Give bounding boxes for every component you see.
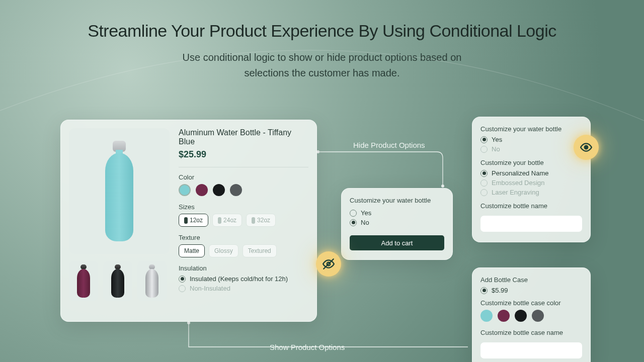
hide-options-panel: Customize your water bottle YesNo Add to… xyxy=(341,188,453,260)
radio-option: Laser Engraving xyxy=(480,189,582,196)
hide-options-label: Hide Product Options xyxy=(353,141,425,149)
color-swatch-maroon[interactable] xyxy=(498,310,510,322)
pill-label: 32oz xyxy=(257,217,270,224)
size-option[interactable]: 24oz xyxy=(212,214,242,227)
bottle-icon xyxy=(105,141,133,241)
svg-point-1 xyxy=(441,185,444,188)
thumbnail-maroon[interactable] xyxy=(69,261,98,301)
texture-label: Texture xyxy=(179,234,308,241)
radio-option[interactable]: $5.99 xyxy=(480,287,582,294)
radio-label: Embossed Design xyxy=(492,179,545,187)
size-option[interactable]: 32oz xyxy=(246,214,276,227)
radio-option[interactable]: Insulated (Keeps cold/hot for 12h) xyxy=(179,275,308,283)
pill-label: Matte xyxy=(184,247,199,254)
radio-option: Embossed Design xyxy=(480,179,582,187)
case-name-label: Customize bottle case name xyxy=(480,329,582,336)
radio-icon xyxy=(350,210,357,217)
thumbnail-black[interactable] xyxy=(103,261,132,301)
color-swatch-black[interactable] xyxy=(213,184,225,196)
product-price: $25.99 xyxy=(179,149,308,160)
pill-label: 24oz xyxy=(223,217,236,224)
customize-q1-options: YesNo xyxy=(480,136,582,153)
color-label: Color xyxy=(179,173,308,181)
radio-option[interactable]: No xyxy=(350,219,444,226)
customize-q2-options: Personalized NameEmbossed DesignLaser En… xyxy=(480,169,582,196)
customize-panel: Customize your water bottle YesNo Custom… xyxy=(472,117,591,242)
show-options-label: Show Product Options xyxy=(270,343,345,351)
insulation-label: Insulation xyxy=(179,264,308,272)
sizes-label: Sizes xyxy=(179,203,308,211)
color-swatch-grey[interactable] xyxy=(230,184,242,196)
divider xyxy=(179,167,308,167)
radio-icon xyxy=(480,146,488,153)
radio-label: $5.99 xyxy=(492,287,508,294)
radio-label: Personalized Name xyxy=(492,169,548,177)
thumbnail-steel[interactable] xyxy=(137,261,167,301)
page-title: Streamline Your Product Experience By Us… xyxy=(0,21,644,41)
product-hero-image xyxy=(69,128,170,254)
texture-option[interactable]: Glossy xyxy=(209,244,238,257)
customize-q1-title: Customize your water bottle xyxy=(480,125,582,133)
customize-q2-title: Customize your bottle xyxy=(480,159,582,166)
radio-label: Non-Insulated xyxy=(190,285,230,292)
case-color-swatches xyxy=(480,310,582,322)
radio-icon xyxy=(480,189,488,196)
pill-label: Textured xyxy=(248,247,271,254)
eye-off-icon xyxy=(316,251,341,277)
radio-icon xyxy=(350,219,357,226)
pill-label: 12oz xyxy=(190,217,203,224)
case-price-option: $5.99 xyxy=(480,287,582,294)
bottle-size-icon xyxy=(218,217,221,224)
radio-icon xyxy=(179,285,186,292)
product-title: Aluminum Water Bottle - Tiffany Blue xyxy=(179,128,308,146)
radio-option: No xyxy=(480,145,582,153)
radio-label: Insulated (Keeps cold/hot for 12h) xyxy=(190,275,288,283)
radio-option[interactable]: Yes xyxy=(480,136,582,143)
bottle-case-panel: Add Bottle Case $5.99 Customize bottle c… xyxy=(472,267,591,362)
radio-icon xyxy=(480,136,488,143)
radio-option: Non-Insulated xyxy=(179,285,308,292)
bottle-size-icon xyxy=(252,217,255,224)
texture-pills: MatteGlossyTextured xyxy=(179,244,308,257)
radio-label: Yes xyxy=(492,136,502,143)
radio-label: No xyxy=(492,145,500,153)
radio-label: No xyxy=(361,219,369,226)
color-swatch-tiffany[interactable] xyxy=(480,310,493,322)
radio-option[interactable]: Personalized Name xyxy=(480,169,582,177)
bottle-size-icon xyxy=(184,217,188,224)
eye-icon xyxy=(574,135,599,160)
case-title: Add Bottle Case xyxy=(480,276,582,284)
pill-label: Glossy xyxy=(214,247,233,254)
color-swatch-black[interactable] xyxy=(515,310,527,322)
bottle-name-label: Customize bottle name xyxy=(480,202,582,210)
radio-icon xyxy=(480,179,488,187)
bottle-name-input[interactable] xyxy=(480,216,582,232)
case-color-label: Customize bottle case color xyxy=(480,299,582,307)
add-to-cart-button[interactable]: Add to cart xyxy=(350,235,444,250)
color-swatch-maroon[interactable] xyxy=(196,184,208,196)
color-swatch-tiffany[interactable] xyxy=(179,184,191,196)
radio-icon xyxy=(480,170,488,177)
radio-label: Yes xyxy=(361,209,371,217)
hide-panel-options: YesNo xyxy=(350,209,444,226)
svg-point-5 xyxy=(585,146,588,149)
page-subtitle: Use conditional logic to show or hide pr… xyxy=(0,50,644,81)
radio-icon xyxy=(480,287,488,294)
color-swatches xyxy=(179,184,308,196)
hide-panel-title: Customize your water bottle xyxy=(350,197,444,204)
size-option[interactable]: 12oz xyxy=(179,214,208,227)
texture-option[interactable]: Matte xyxy=(179,244,205,257)
color-swatch-grey[interactable] xyxy=(532,310,544,322)
product-card: Aluminum Water Bottle - Tiffany Blue $25… xyxy=(60,120,317,322)
size-pills: 12oz24oz32oz xyxy=(179,214,308,227)
insulation-options: Insulated (Keeps cold/hot for 12h)Non-In… xyxy=(179,275,308,292)
radio-label: Laser Engraving xyxy=(492,189,539,196)
radio-icon xyxy=(179,276,186,283)
case-name-input[interactable] xyxy=(480,342,582,358)
texture-option[interactable]: Textured xyxy=(243,244,277,257)
radio-option[interactable]: Yes xyxy=(350,209,444,217)
